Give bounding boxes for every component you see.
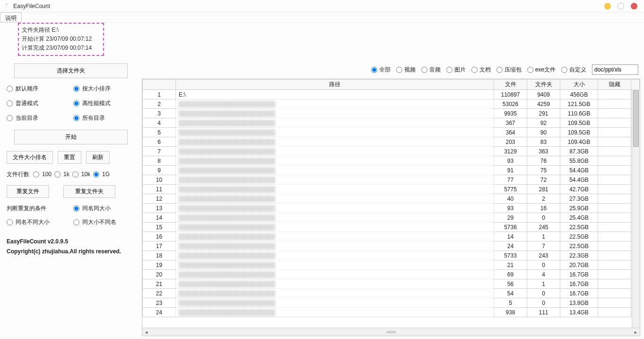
col-hidden[interactable]: 隐藏: [598, 80, 631, 90]
cell-path: ████████████████████████: [176, 175, 494, 185]
cell-hidden: [598, 289, 631, 298]
filter-all-radio[interactable]: 全部: [371, 66, 391, 74]
table-row[interactable]: 14████████████████████████29025.4GB: [143, 213, 640, 223]
table-row[interactable]: 4████████████████████████36792109.5GB: [143, 118, 640, 128]
mode-high-radio[interactable]: 高性能模式: [73, 99, 135, 107]
table-row[interactable]: 24████████████████████████93811113.4GB: [143, 308, 640, 317]
table-row[interactable]: 12████████████████████████40227.3GB: [143, 194, 640, 204]
scroll-left-icon[interactable]: ◄: [142, 328, 150, 336]
cell-files: 77: [494, 175, 527, 185]
cell-files: 5736: [494, 223, 527, 232]
table-row[interactable]: 18████████████████████████573324322.3GB: [143, 251, 640, 260]
vertical-scrollbar[interactable]: [632, 89, 640, 328]
table-row[interactable]: 16████████████████████████14122.5GB: [143, 232, 640, 241]
titlebar: EasyFileCount: [0, 0, 644, 12]
table-row[interactable]: 7████████████████████████312936387.3GB: [143, 147, 640, 156]
horizontal-scrollbar[interactable]: ◄ ►: [142, 328, 640, 336]
table-row[interactable]: 15████████████████████████573624522.5GB: [143, 223, 640, 232]
filter-custom-radio[interactable]: 自定义: [561, 66, 586, 74]
col-folders[interactable]: 文件夹: [527, 80, 560, 90]
cell-folders: 90: [527, 128, 560, 137]
cell-hidden: [598, 118, 631, 128]
table-row[interactable]: 9████████████████████████917554.4GB: [143, 166, 640, 175]
filter-exe-radio[interactable]: exe文件: [527, 66, 556, 74]
cell-size: 55.8GB: [560, 156, 598, 166]
cell-files: 56: [494, 279, 527, 289]
table-row[interactable]: 22████████████████████████54016.7GB: [143, 289, 640, 298]
left-pane: 文件夹路径 E:\ 开始计算 23/07/09 00:07:12 计算完成 23…: [0, 23, 142, 339]
cell-hidden: [598, 175, 631, 185]
rows-1g-radio[interactable]: 1G: [93, 171, 110, 178]
scope-current-radio[interactable]: 当前目录: [7, 114, 69, 122]
dup-folder-button[interactable]: 重复文件夹: [63, 185, 115, 198]
dup-cond-name-nosize-radio[interactable]: 同名不同大小: [7, 218, 69, 226]
filter-image-radio[interactable]: 图片: [446, 66, 466, 74]
col-idx[interactable]: [143, 80, 176, 90]
col-path[interactable]: 路径: [176, 80, 494, 90]
table-row[interactable]: 11████████████████████████577528142.7GB: [143, 185, 640, 194]
rows-1k-radio[interactable]: 1k: [54, 171, 70, 178]
table-row[interactable]: 6████████████████████████20383109.4GB: [143, 137, 640, 147]
reset-button[interactable]: 重置: [58, 151, 81, 164]
table-row[interactable]: 17████████████████████████24722.5GB: [143, 241, 640, 251]
sort-size-radio[interactable]: 按大小排序: [73, 85, 135, 93]
refresh-button[interactable]: 刷新: [86, 151, 110, 164]
info-start-label: 开始计算: [22, 36, 44, 42]
cell-files: 367: [494, 118, 527, 128]
col-files[interactable]: 文件: [494, 80, 527, 90]
start-button[interactable]: 开始: [14, 130, 128, 144]
cell-path: ████████████████████████: [176, 109, 494, 118]
cell-hidden: [598, 156, 631, 166]
cell-size: 13.4GB: [560, 308, 598, 317]
filter-doc-radio[interactable]: 文档: [471, 66, 491, 74]
cell-hidden: [598, 109, 631, 118]
cell-hidden: [598, 251, 631, 260]
col-size[interactable]: 大小: [560, 80, 598, 90]
sort-default-radio[interactable]: 默认顺序: [7, 85, 69, 93]
copyright-text: Copyright(c) zhujiahua.All rights reserv…: [7, 247, 135, 257]
cell-folders: 92: [527, 118, 560, 128]
table-row[interactable]: 21████████████████████████56116.7GB: [143, 279, 640, 289]
table-row[interactable]: 5████████████████████████36490109.5GB: [143, 128, 640, 137]
table-row[interactable]: 3████████████████████████9935291110.6GB: [143, 109, 640, 118]
cell-hidden: [598, 137, 631, 147]
dup-cond-name-size-radio[interactable]: 同名同大小: [73, 205, 135, 213]
filter-audio-radio[interactable]: 音频: [421, 66, 441, 74]
scope-all-radio[interactable]: 所有目录: [73, 114, 135, 122]
table-row[interactable]: 23████████████████████████5013.8GB: [143, 298, 640, 308]
filter-custom-input[interactable]: [592, 64, 638, 75]
choose-folder-button[interactable]: 选择文件夹: [14, 63, 128, 78]
java-icon: [3, 2, 10, 10]
cell-folders: 363: [527, 147, 560, 156]
cell-folders: 0: [527, 289, 560, 298]
file-size-rank-button[interactable]: 文件大小排名: [7, 151, 53, 164]
maximize-button[interactable]: [618, 3, 624, 9]
cell-idx: 7: [143, 147, 176, 156]
cell-hidden: [598, 279, 631, 289]
table-row[interactable]: 19████████████████████████21020.7GB: [143, 260, 640, 270]
dup-cond-size-noname-radio[interactable]: 同大小不同名: [73, 218, 135, 226]
table-row[interactable]: 13████████████████████████931625.9GB: [143, 204, 640, 213]
minimize-button[interactable]: [604, 3, 611, 9]
close-button[interactable]: [631, 3, 637, 9]
cell-folders: 76: [527, 156, 560, 166]
col-scrollgap: [631, 80, 640, 90]
table-row[interactable]: 10████████████████████████777254.4GB: [143, 175, 640, 185]
dup-file-button[interactable]: 重复文件: [7, 185, 49, 198]
rows-100-radio[interactable]: 100: [33, 171, 52, 178]
table-row[interactable]: 20████████████████████████69416.7GB: [143, 270, 640, 279]
scroll-right-icon[interactable]: ►: [632, 328, 640, 336]
cell-files: 40: [494, 194, 527, 204]
cell-folders: 83: [527, 137, 560, 147]
cell-hidden: [598, 298, 631, 308]
menu-help[interactable]: 说明: [0, 12, 22, 22]
cell-idx: 18: [143, 251, 176, 260]
filter-archive-radio[interactable]: 压缩包: [496, 66, 522, 74]
mode-normal-radio[interactable]: 普通模式: [7, 99, 69, 107]
table-row[interactable]: 8████████████████████████937655.8GB: [143, 156, 640, 166]
table-row[interactable]: 1E:\1108979409456GB: [143, 90, 640, 99]
cell-files: 21: [494, 260, 527, 270]
filter-video-radio[interactable]: 视频: [396, 66, 416, 74]
table-row[interactable]: 2████████████████████████530264259121.5G…: [143, 99, 640, 109]
rows-10k-radio[interactable]: 10k: [72, 171, 90, 178]
